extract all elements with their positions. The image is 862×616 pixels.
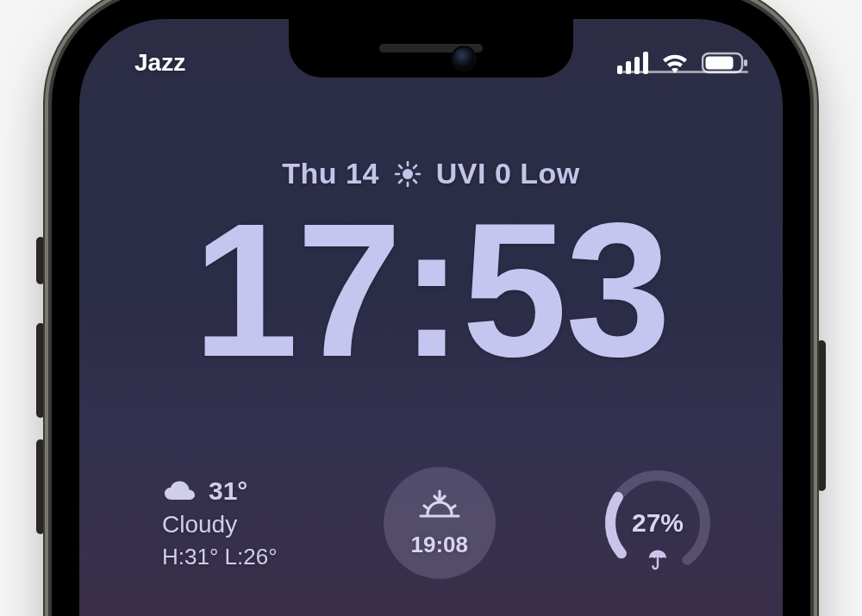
svg-line-11: [414, 165, 416, 168]
status-underline: [622, 71, 748, 73]
weather-hi-lo: H:31° L:26°: [162, 544, 278, 570]
weather-temp: 31°: [209, 476, 247, 506]
svg-line-8: [399, 165, 402, 168]
front-camera: [453, 48, 474, 69]
svg-line-10: [399, 180, 402, 183]
lock-screen[interactable]: Jazz: [79, 19, 783, 616]
weather-condition: Cloudy: [162, 511, 278, 538]
svg-line-14: [424, 506, 428, 508]
precipitation-widget[interactable]: 27%: [602, 467, 714, 579]
volume-up-button[interactable]: [36, 323, 45, 418]
svg-line-15: [452, 506, 455, 508]
svg-point-3: [403, 169, 413, 179]
svg-rect-1: [706, 57, 734, 70]
phone-frame: Jazz: [52, 0, 810, 616]
display-notch: [289, 19, 573, 78]
svg-rect-2: [744, 59, 747, 66]
volume-down-button[interactable]: [36, 439, 45, 534]
cloud-icon: [162, 479, 197, 503]
umbrella-icon: [646, 548, 669, 574]
sunset-widget[interactable]: 19:08: [384, 467, 496, 579]
carrier-label: Jazz: [134, 49, 185, 77]
sunset-icon: [416, 488, 463, 526]
sunset-time: 19:08: [411, 532, 469, 558]
clock-time: 17:53: [193, 196, 670, 385]
svg-line-9: [414, 180, 416, 183]
weather-widget[interactable]: 31° Cloudy H:31° L:26°: [162, 476, 278, 570]
power-button[interactable]: [817, 340, 826, 491]
sun-icon: [395, 161, 421, 187]
mute-switch[interactable]: [36, 237, 45, 284]
